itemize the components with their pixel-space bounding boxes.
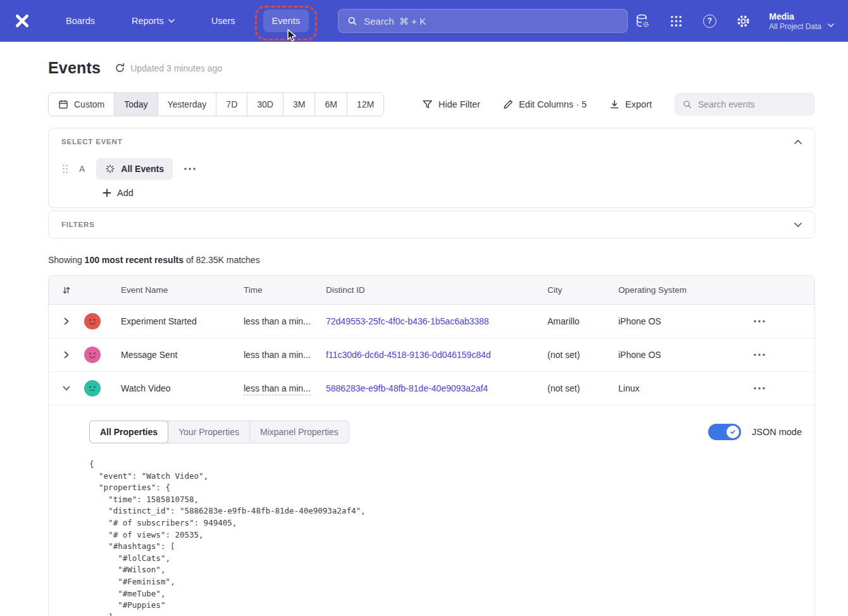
- table-row[interactable]: Message Sent less than a min... f11c30d6…: [49, 338, 814, 372]
- cell-event-name: Message Sent: [109, 350, 244, 360]
- chevron-right-icon: [64, 317, 69, 325]
- date-range-yesterday[interactable]: Yesterday: [158, 93, 217, 116]
- date-range-6m[interactable]: 6M: [315, 93, 347, 116]
- select-event-section-header[interactable]: SELECT EVENT: [49, 128, 814, 155]
- help-icon: ?: [703, 15, 716, 28]
- calendar-icon: [58, 99, 68, 109]
- export-label: Export: [625, 99, 652, 109]
- date-range-30d[interactable]: 30D: [247, 93, 284, 116]
- filters-section-header[interactable]: FILTERS: [49, 211, 814, 238]
- avatar-face-icon: [84, 380, 101, 397]
- tab-your-properties[interactable]: Your Properties: [168, 421, 249, 443]
- json-mode-label: JSON mode: [752, 427, 802, 437]
- more-icon: [754, 320, 765, 323]
- column-header-event-name[interactable]: Event Name: [109, 285, 244, 295]
- data-management-button[interactable]: [633, 12, 651, 30]
- apps-grid-button[interactable]: [667, 12, 685, 30]
- row-options-button[interactable]: [750, 350, 769, 360]
- cell-time: less than a min...: [244, 316, 326, 326]
- navbar-right-cluster: ? Media All Project Data: [633, 11, 834, 32]
- event-options-button[interactable]: [180, 164, 199, 174]
- date-range-7d[interactable]: 7D: [216, 93, 247, 116]
- cell-city: Amarillo: [547, 316, 618, 326]
- gear-icon: [736, 14, 751, 28]
- sort-button[interactable]: [62, 286, 71, 295]
- table-header-row: Event Name Time Distinct ID City Operati…: [49, 276, 814, 305]
- cell-time: less than a min...: [244, 350, 326, 360]
- help-button[interactable]: ?: [701, 12, 718, 30]
- plus-icon: [103, 188, 111, 197]
- refresh-button[interactable]: [115, 63, 125, 73]
- tab-all-properties[interactable]: All Properties: [89, 421, 168, 443]
- nav-item-events-label: Events: [272, 16, 300, 26]
- nav-item-reports[interactable]: Reports: [123, 9, 184, 32]
- event-selector-chip[interactable]: All Events: [96, 158, 173, 180]
- user-avatar: [84, 313, 101, 330]
- export-button[interactable]: Export: [609, 99, 652, 109]
- project-switcher[interactable]: Media All Project Data: [769, 11, 834, 32]
- chevron-right-icon: [64, 351, 69, 359]
- cell-city: (not set): [547, 350, 618, 360]
- toggle-knob: [726, 426, 739, 438]
- cell-os: iPhone OS: [618, 350, 730, 360]
- search-events[interactable]: [675, 93, 815, 116]
- mixpanel-logo[interactable]: [14, 13, 30, 29]
- controls-row: Custom Today Yesterday 7D 30D 3M 6M 12M …: [48, 92, 815, 116]
- column-header-city[interactable]: City: [547, 285, 618, 295]
- detail-toolbar: All Properties Your Properties Mixpanel …: [89, 421, 802, 443]
- json-mode-toggle[interactable]: [708, 424, 741, 440]
- date-range-selector: Custom Today Yesterday 7D 30D 3M 6M 12M: [48, 92, 384, 116]
- grid-icon: [670, 15, 682, 27]
- search-icon: [347, 16, 357, 26]
- column-header-distinct-id[interactable]: Distinct ID: [326, 285, 547, 295]
- add-event-button[interactable]: Add: [103, 188, 134, 198]
- results-highlight: 100 most recent results: [85, 255, 184, 265]
- main-content: Events Updated 3 minutes ago Custom Toda…: [0, 42, 848, 616]
- global-search-input[interactable]: [364, 16, 618, 27]
- search-icon: [683, 99, 692, 109]
- table-row-expanded[interactable]: Watch Video less than a min... 5886283e-…: [49, 372, 814, 405]
- mixpanel-logo-icon: [15, 13, 30, 28]
- global-search[interactable]: [338, 9, 628, 33]
- tab-mixpanel-properties[interactable]: Mixpanel Properties: [249, 421, 349, 443]
- expand-row-button[interactable]: [64, 317, 69, 325]
- event-sparkle-icon: [105, 164, 115, 174]
- date-custom-button[interactable]: Custom: [49, 93, 115, 116]
- more-icon: [184, 168, 196, 170]
- cell-os: Linux: [618, 383, 730, 393]
- cell-distinct-id-link[interactable]: 5886283e-e9fb-48fb-81de-40e9093a2af4: [326, 383, 488, 393]
- title-row: Events Updated 3 minutes ago: [48, 59, 815, 77]
- nav-item-boards[interactable]: Boards: [57, 9, 104, 32]
- cell-event-name: Watch Video: [109, 383, 244, 393]
- date-range-today[interactable]: Today: [115, 93, 158, 116]
- date-range-3m[interactable]: 3M: [284, 93, 315, 116]
- json-mode-control: JSON mode: [708, 424, 802, 440]
- expand-row-button[interactable]: [64, 351, 69, 359]
- column-header-os[interactable]: Operating System: [618, 285, 730, 295]
- cell-distinct-id-link[interactable]: 72d49553-25fc-4f0c-b436-1b5ac6ab3388: [326, 316, 489, 326]
- cell-distinct-id-link[interactable]: f11c30d6-dc6d-4518-9136-0d046159c84d: [326, 350, 491, 360]
- hide-filter-button[interactable]: Hide Filter: [422, 99, 480, 109]
- date-range-12m[interactable]: 12M: [347, 93, 383, 116]
- column-header-time[interactable]: Time: [244, 285, 326, 295]
- results-suffix: of 82.35K matches: [184, 255, 260, 265]
- row-options-button[interactable]: [750, 316, 769, 326]
- search-events-input[interactable]: [698, 99, 807, 109]
- collapse-row-button[interactable]: [63, 386, 70, 391]
- results-summary: Showing 100 most recent results of 82.35…: [48, 255, 815, 265]
- filters-card: FILTERS: [48, 211, 815, 238]
- refresh-icon: [115, 63, 125, 73]
- nav-item-events[interactable]: Events: [263, 9, 309, 32]
- drag-handle-icon[interactable]: [62, 164, 68, 174]
- nav-item-users[interactable]: Users: [203, 9, 244, 32]
- avatar-face-icon: [84, 313, 101, 330]
- filters-label: FILTERS: [61, 221, 95, 228]
- database-icon: [635, 13, 650, 28]
- settings-button[interactable]: [734, 12, 752, 30]
- user-avatar: [84, 380, 101, 397]
- chevron-down-icon: [794, 223, 802, 227]
- table-row[interactable]: Experiment Started less than a min... 72…: [49, 305, 814, 338]
- row-options-button[interactable]: [750, 383, 769, 393]
- edit-columns-button[interactable]: Edit Columns · 5: [503, 99, 587, 109]
- event-query-row: A All Events: [49, 156, 814, 182]
